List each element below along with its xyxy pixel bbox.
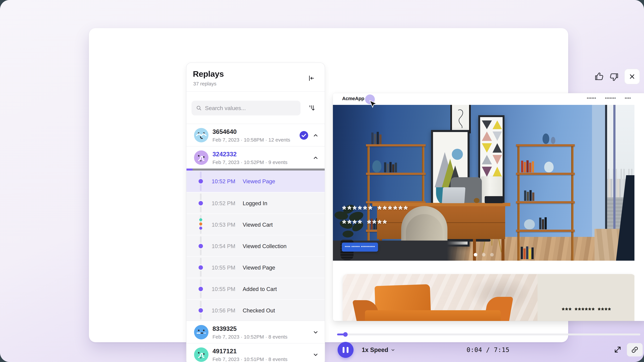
event-dots-multi: [198, 218, 203, 223]
thumbs-up-button[interactable]: [593, 70, 605, 82]
page-title: Replays: [193, 69, 224, 79]
link-icon: [631, 346, 639, 354]
chevron-down-icon[interactable]: [312, 329, 319, 336]
close-button[interactable]: [624, 69, 640, 84]
hero-heading-masked: ****** ******: [342, 203, 409, 215]
search-box: [192, 101, 300, 115]
search-input[interactable]: [204, 101, 295, 115]
event-dot: [198, 179, 203, 183]
expand-icon: [613, 345, 622, 354]
session-row[interactable]: 3654640 Feb 7, 2023 · 10:58PM · 12 event…: [186, 124, 325, 146]
session-row[interactable]: 8339325 Feb 7, 2023 · 10:52PM · 8 events: [186, 321, 325, 343]
nav-item-masked: ****: [625, 97, 631, 101]
event-time: 10:52 PM: [212, 178, 235, 184]
thumbs-up-icon: [594, 71, 604, 81]
close-icon: [629, 73, 636, 80]
event-dot: [198, 308, 203, 313]
hero-cta-button-masked[interactable]: **** ****** **********: [342, 243, 378, 252]
time-display: 0:04 / 7:15: [448, 346, 528, 354]
event-row[interactable]: 10:55 PM Added to Cart: [186, 278, 325, 299]
replay-viewport[interactable]: AcmeApp ****** ******* ****: [333, 93, 644, 321]
session-id: 4917121: [212, 348, 237, 355]
thumbs-down-icon: [609, 72, 619, 82]
promo-card: *** ****** ****: [343, 274, 636, 321]
fullscreen-button[interactable]: [612, 345, 623, 355]
sort-filter-button[interactable]: [306, 103, 317, 113]
session-id: 3242332: [212, 151, 237, 158]
avatar: [194, 325, 208, 339]
speed-selector[interactable]: 1x Speed: [362, 346, 395, 354]
replay-count: 37 replays: [193, 81, 216, 87]
carousel-dot-active[interactable]: [474, 253, 477, 256]
divider: [186, 91, 325, 92]
carousel-dot[interactable]: [482, 253, 486, 256]
pause-icon: [347, 347, 348, 353]
screen: Replays 37 replays 3654640 Feb 7, 2023 ·…: [0, 0, 644, 362]
event-dot: [198, 265, 203, 270]
event-name: Logged In: [243, 200, 267, 206]
site-scrollbar-gutter[interactable]: [634, 105, 644, 321]
session-id: 8339325: [212, 325, 237, 332]
event-time: 10:53 PM: [212, 222, 235, 228]
event-name: Viewed Cart: [243, 222, 273, 228]
session-row-selected[interactable]: 3242332 Feb 7, 2023 · 10:52PM · 9 events: [186, 146, 325, 169]
event-name: Viewed Page: [243, 178, 275, 184]
speed-label: 1x Speed: [362, 347, 388, 354]
chevron-down-icon[interactable]: [312, 352, 319, 358]
pause-button[interactable]: [338, 342, 354, 358]
mouse-cursor-icon: [369, 100, 377, 110]
thumbs-down-button[interactable]: [608, 71, 620, 83]
event-dot: [198, 287, 203, 291]
site-nav: ****** ******* ****: [587, 97, 631, 101]
event-row-selected[interactable]: 10:52 PM Viewed Page: [186, 171, 325, 192]
session-list: 3654640 Feb 7, 2023 · 10:58PM · 12 event…: [186, 124, 325, 362]
event-time: 10:52 PM: [212, 200, 235, 206]
nav-item-masked: ******: [587, 97, 596, 101]
carousel-dot[interactable]: [490, 253, 494, 256]
avatar: [194, 151, 208, 165]
session-meta: Feb 7, 2023 · 10:52PM · 9 events: [212, 160, 288, 165]
event-row[interactable]: 10:55 PM Viewed Page: [186, 256, 325, 278]
chevron-down-icon: [390, 348, 395, 352]
session-progress-fill: [186, 169, 192, 171]
playback-scrubber-handle[interactable]: [343, 332, 348, 337]
event-row[interactable]: 10:54 PM Viewed Collection: [186, 235, 325, 256]
event-time: 10:55 PM: [212, 264, 235, 271]
session-progress-bar[interactable]: [186, 169, 325, 171]
playback-progress-bar[interactable]: [337, 334, 640, 335]
event-dot: [198, 244, 203, 248]
avatar: [194, 348, 208, 362]
avatar: [194, 128, 208, 142]
site-logo: AcmeApp: [342, 96, 364, 101]
event-dot: [198, 201, 203, 205]
session-row[interactable]: 4917121 Feb 7, 2023 · 10:51PM · 8 events: [186, 343, 325, 362]
chevron-up-icon[interactable]: [312, 132, 319, 139]
sort-icon: [308, 104, 316, 112]
carousel-dots[interactable]: [333, 253, 634, 256]
event-time: 10:56 PM: [212, 307, 235, 314]
event-list: 10:52 PM Viewed Page 10:52 PM Logged In …: [186, 171, 325, 321]
session-meta: Feb 7, 2023 · 10:51PM · 8 events: [212, 357, 288, 362]
event-row[interactable]: 10:56 PM Checked Out: [186, 299, 325, 321]
chevron-up-icon[interactable]: [312, 155, 319, 161]
nav-item-masked: *******: [605, 97, 616, 101]
copy-link-button[interactable]: [627, 343, 643, 357]
event-row[interactable]: 10:53 PM Viewed Cart: [186, 213, 325, 235]
event-name: Viewed Page: [243, 264, 275, 271]
session-meta: Feb 7, 2023 · 10:52PM · 8 events: [212, 334, 288, 340]
promo-text-masked: *** ****** ****: [562, 306, 612, 314]
collapse-panel-button[interactable]: [306, 73, 316, 83]
replays-sidebar: Replays 37 replays 3654640 Feb 7, 2023 ·…: [186, 62, 325, 362]
session-id: 3654640: [212, 128, 237, 135]
replay-modal: Replays 37 replays 3654640 Feb 7, 2023 ·…: [89, 28, 568, 342]
promo-text-panel: *** ****** ****: [538, 274, 636, 321]
collapse-panel-icon: [307, 74, 315, 82]
hero-heading-masked: **** ****: [342, 217, 388, 229]
event-row[interactable]: 10:52 PM Logged In: [186, 192, 325, 213]
event-name: Checked Out: [243, 307, 275, 314]
app-background: Replays 37 replays 3654640 Feb 7, 2023 ·…: [0, 0, 644, 362]
event-time: 10:54 PM: [212, 243, 235, 249]
hero-photo: ****** ****** **** **** **** ****** ****…: [333, 105, 634, 261]
event-name: Viewed Collection: [243, 243, 286, 249]
pause-icon: [343, 347, 344, 353]
